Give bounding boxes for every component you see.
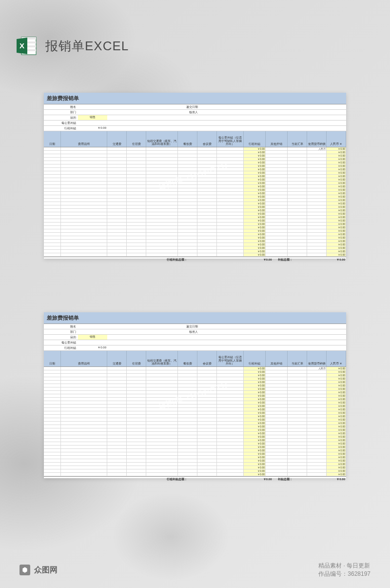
col-currency: 使用货币种类: [307, 131, 327, 147]
page-footer: 众图网 精品素材 · 每日更新 作品编号：3628197: [0, 562, 390, 578]
page-header: X 报销单EXCEL: [15, 34, 129, 58]
val-name: [78, 104, 107, 109]
table-row: ￥0.00￥0.00: [44, 192, 346, 195]
label-per-km: 每公里补贴: [44, 121, 78, 125]
table-row: ￥0.00￥0.00: [44, 246, 346, 250]
col-meeting: 会议费: [197, 131, 217, 147]
total-label1: 行程补贴总额：: [44, 257, 188, 262]
table-row: ￥0.00￥0.00: [44, 401, 346, 405]
table-row: ￥0.00￥0.00: [44, 456, 346, 459]
brand-name: 众图网: [34, 565, 58, 575]
label-submit-date: 递交日期: [171, 104, 200, 109]
col-meal: 餐饮费: [178, 131, 197, 147]
spreadsheet-preview-1: 差旅费报销单 姓名递交日期 部门核准人 目的销售 每公里补贴 行程补贴￥0.00…: [44, 93, 346, 259]
sheet-title: 差旅费报销单: [44, 312, 346, 324]
col-date: 日期: [44, 131, 61, 147]
table-row: ￥0.00￥0.00: [44, 195, 346, 199]
table-row: ￥0.00￥0.00: [44, 384, 346, 387]
table-row: ￥0.00￥0.00: [44, 377, 346, 381]
table-row: ￥0.00￥0.00: [44, 463, 346, 466]
column-headers: 日期 费用说明 交通费 住宿费 短程交通费（租车、汽油和出租车费） 餐饮费 会议…: [44, 351, 346, 367]
table-row: ￥0.00￥0.00: [44, 226, 346, 229]
table-row: ￥0.00￥0.00: [44, 435, 346, 439]
table-row: ￥0.00￥0.00: [44, 394, 346, 398]
column-headers: 日期 费用说明 交通费 住宿费 短程交通费（租车、汽油和出租车费） 餐饮费 会议…: [44, 131, 346, 147]
table-row: ￥0.00￥0.00: [44, 209, 346, 212]
col-trip-allowance: 行程补贴: [244, 131, 266, 147]
table-row: ￥0.00人民币￥0.00: [44, 367, 346, 370]
table-row: ￥0.00￥0.00: [44, 466, 346, 469]
table-row: ￥0.00￥0.00: [44, 391, 346, 394]
table-row: ￥0.00￥0.00: [44, 205, 346, 209]
table-row: ￥0.00￥0.00: [44, 158, 346, 161]
table-row: ￥0.00￥0.00: [44, 425, 346, 428]
footer-tagline: 精品素材 · 每日更新: [318, 562, 370, 569]
excel-icon: X: [15, 34, 38, 58]
table-row: ￥0.00￥0.00: [44, 446, 346, 449]
page-title: 报销单EXCEL: [45, 38, 129, 55]
table-row: ￥0.00￥0.00: [44, 370, 346, 374]
table-row: ￥0.00￥0.00: [44, 387, 346, 391]
table-row: ￥0.00￥0.00: [44, 223, 346, 226]
col-hotel: 住宿费: [127, 131, 146, 147]
label-allowance: 行程补贴: [44, 126, 78, 131]
footer-product-id: 作品编号：3628197: [318, 570, 370, 577]
data-rows: ￥0.00人民币￥0.00￥0.00￥0.00￥0.00￥0.00￥0.00￥0…: [44, 367, 346, 476]
table-row: ￥0.00￥0.00: [44, 405, 346, 408]
table-row: ￥0.00￥0.00: [44, 398, 346, 401]
val-allowance: ￥0.00: [78, 126, 107, 131]
col-rate: 当前汇率: [288, 131, 307, 147]
table-row: ￥0.00￥0.00: [44, 374, 346, 377]
table-row: ￥0.00￥0.00: [44, 154, 346, 158]
table-row: ￥0.00￥0.00: [44, 202, 346, 205]
table-row: ￥0.00￥0.00: [44, 432, 346, 435]
col-other: 其他开销: [266, 131, 288, 147]
table-row: ￥0.00￥0.00: [44, 459, 346, 463]
label-purpose: 目的: [44, 115, 78, 120]
label-dept: 部门: [44, 110, 78, 115]
table-row: ￥0.00￥0.00: [44, 415, 346, 418]
sheet-title: 差旅费报销单: [44, 93, 346, 104]
table-row: ￥0.00￥0.00: [44, 442, 346, 446]
label-name: 姓名: [44, 104, 78, 109]
total-val1: ￥0.00: [252, 257, 273, 262]
table-row: ￥0.00￥0.00: [44, 411, 346, 415]
col-short-transport: 短程交通费（租车、汽油和出租车费）: [146, 131, 178, 147]
val-per-km: [78, 121, 107, 125]
total-row: 行程补贴总额： ￥0.00 补贴总额： ￥0.00: [44, 476, 346, 481]
total-label2: 补贴总额：: [273, 257, 293, 262]
table-row: ￥0.00￥0.00: [44, 199, 346, 202]
total-row: 行程补贴总额： ￥0.00 补贴总额： ￥0.00: [44, 257, 346, 262]
label-approver: 核准人: [171, 110, 200, 115]
table-row: ￥0.00￥0.00: [44, 164, 346, 168]
table-row: ￥0.00￥0.00: [44, 250, 346, 253]
data-rows: ￥0.00人民币￥0.00￥0.00￥0.00￥0.00￥0.00￥0.00￥0…: [44, 147, 346, 257]
table-row: ￥0.00￥0.00: [44, 219, 346, 223]
total-val2: ￥0.00: [328, 257, 346, 262]
col-rmb: 人民币 ￥: [327, 131, 346, 147]
table-row: ￥0.00￥0.00: [44, 473, 346, 476]
table-row: ￥0.00￥0.00: [44, 229, 346, 233]
table-row: ￥0.00￥0.00: [44, 175, 346, 178]
table-row: ￥0.00￥0.00: [44, 439, 346, 442]
svg-text:X: X: [20, 41, 24, 50]
table-row: ￥0.00￥0.00: [44, 233, 346, 236]
table-row: ￥0.00￥0.00: [44, 452, 346, 456]
table-row: ￥0.00￥0.00: [44, 171, 346, 175]
table-row: ￥0.00￥0.00: [44, 185, 346, 188]
table-row: ￥0.00人民币￥0.00: [44, 147, 346, 151]
col-transport: 交通费: [107, 131, 127, 147]
table-row: ￥0.00￥0.00: [44, 151, 346, 154]
table-row: ￥0.00￥0.00: [44, 236, 346, 240]
table-row: ￥0.00￥0.00: [44, 178, 346, 182]
table-row: ￥0.00￥0.00: [44, 253, 346, 257]
val-dept: [78, 110, 107, 115]
brand-logo-icon: [20, 565, 30, 575]
table-row: ￥0.00￥0.00: [44, 449, 346, 452]
table-row: ￥0.00￥0.00: [44, 161, 346, 164]
table-row: ￥0.00￥0.00: [44, 469, 346, 473]
table-row: ￥0.00￥0.00: [44, 428, 346, 432]
table-row: ￥0.00￥0.00: [44, 182, 346, 185]
table-row: ￥0.00￥0.00: [44, 168, 346, 171]
col-km-allowance: 每公里补贴（仅适用于驾驶私人车辆外出）: [217, 131, 244, 147]
